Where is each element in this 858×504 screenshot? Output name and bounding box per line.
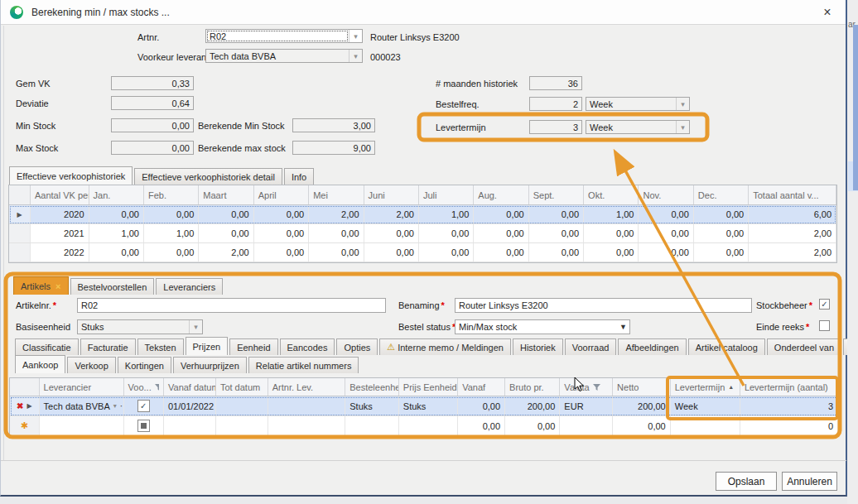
column-header[interactable]: Besteleenheid <box>345 378 399 396</box>
voorkeur-leverancier-combo[interactable]: Tech data BVBA ▾ <box>205 49 363 63</box>
chevron-down-icon[interactable]: ▼ <box>617 320 629 334</box>
voorkeur-checkbox[interactable] <box>137 420 150 432</box>
tab-info[interactable]: Info <box>284 168 314 185</box>
column-header[interactable]: Tot datum <box>216 378 268 396</box>
delete-row-icon[interactable]: ✖ <box>17 401 23 410</box>
column-header[interactable]: Leverancier <box>40 378 124 396</box>
tab-close-icon[interactable]: × <box>55 281 60 291</box>
grid-cell[interactable]: 0,00 <box>613 416 671 435</box>
column-header[interactable]: Levertermijn (aantal) <box>740 378 838 396</box>
chevron-down-icon[interactable]: ▾ <box>113 402 117 410</box>
table-row[interactable]: 20220,000,002,000,000,000,000,000,000,00… <box>9 243 836 262</box>
artnr-combo[interactable]: R02 ▾ <box>205 29 363 43</box>
column-header[interactable]: Sept. <box>529 185 584 204</box>
tab-prijzen[interactable]: Prijzen <box>186 337 229 355</box>
grid-cell[interactable] <box>671 416 740 435</box>
tab-interne-memo-meldingen[interactable]: ⚠Interne memo / Meldingen <box>379 338 511 355</box>
grid-cell[interactable]: 200,00 <box>613 396 671 415</box>
einde-reeks-checkbox[interactable] <box>819 320 830 331</box>
column-header[interactable]: Mei <box>309 185 364 204</box>
maanden-historiek-field[interactable]: 36 <box>529 76 582 90</box>
column-header[interactable]: Feb. <box>144 185 199 204</box>
chevron-down-icon[interactable]: ▾ <box>676 98 689 110</box>
tab-verkoop[interactable]: Verkoop <box>67 357 115 373</box>
column-header[interactable]: April <box>254 185 309 204</box>
column-header[interactable]: Voo... <box>124 378 164 396</box>
grid-cell[interactable]: 0 <box>740 416 838 435</box>
grid-cell[interactable] <box>164 416 216 435</box>
save-button[interactable]: Opslaan <box>716 472 777 491</box>
voorkeur-checkbox[interactable]: ✓ <box>137 400 150 412</box>
artikelnr-input[interactable]: R02 <box>77 298 386 313</box>
levertermijn-field[interactable]: 3 <box>529 120 582 134</box>
grid-cell[interactable] <box>268 396 345 415</box>
tab-effectieve-verkoophistoriek-detail[interactable]: Effectieve verkoophistoriek detail <box>134 168 282 185</box>
tab-opties[interactable]: Opties <box>336 338 378 355</box>
grid-cell[interactable] <box>399 416 458 435</box>
grid-cell[interactable]: Week <box>671 396 740 415</box>
grid-cell[interactable]: Stuks <box>345 396 399 415</box>
chevron-down-icon[interactable]: ▾ <box>349 30 362 42</box>
grid-cell[interactable]: 3 <box>740 396 838 415</box>
grid-cell[interactable]: 200,00 <box>505 396 560 415</box>
column-header[interactable]: Netto <box>613 378 671 396</box>
tab-eancodes[interactable]: Eancodes <box>280 338 335 355</box>
basiseenheid-combo[interactable]: Stuks ▾ <box>77 319 203 334</box>
column-header[interactable]: Nov. <box>639 185 693 204</box>
tab-teksten[interactable]: Teksten <box>137 338 184 355</box>
column-header[interactable]: Vanaf datum <box>164 378 216 396</box>
chevron-down-icon[interactable]: ▾ <box>349 50 362 62</box>
chevron-down-icon[interactable]: ▾ <box>189 320 202 334</box>
tab-effectieve-verkoophistoriek[interactable]: Effectieve verkoophistoriek <box>9 166 133 185</box>
grid-cell[interactable] <box>216 396 268 415</box>
bestelfreq-field[interactable]: 2 <box>529 97 582 111</box>
deviatie-field[interactable]: 0,64 <box>111 96 194 110</box>
grid-cell[interactable] <box>345 416 399 435</box>
gem-vk-field[interactable]: 0,33 <box>111 76 194 90</box>
leverancier-cell[interactable]: Tech data BVBA▾⋯ <box>40 396 124 415</box>
column-header[interactable]: Bruto pr. <box>505 378 560 396</box>
tab-verhuurprijzen[interactable]: Verhuurprijzen <box>173 357 247 373</box>
column-header[interactable]: Aug. <box>474 185 528 204</box>
grid-cell[interactable]: 0,00 <box>505 416 560 435</box>
column-header[interactable]: Artnr. Lev. <box>268 378 345 396</box>
grid-cell[interactable] <box>268 416 345 435</box>
tab-aankoop[interactable]: Aankoop <box>15 355 65 373</box>
tab-facturatie[interactable]: Facturatie <box>80 338 136 355</box>
min-stock-field[interactable]: 0,00 <box>111 118 194 132</box>
column-header[interactable]: Juli <box>419 185 474 204</box>
tab-relatie-artikel-nummers[interactable]: Relatie artikel nummers <box>248 357 359 373</box>
tab-historiek[interactable]: Historiek <box>513 338 563 355</box>
tab-bestelvoorstellen[interactable]: Bestelvoorstellen <box>70 278 155 295</box>
column-header[interactable]: Okt. <box>584 185 639 204</box>
column-header[interactable]: Maart <box>199 185 253 204</box>
grid-cell[interactable]: EUR <box>560 396 613 415</box>
grid-cell[interactable]: 01/01/2022 <box>164 396 216 415</box>
column-header[interactable]: Totaal aantal v... <box>749 185 836 204</box>
column-header[interactable]: Jan. <box>89 185 144 204</box>
column-header[interactable]: Valuta <box>560 378 613 396</box>
grid-cell[interactable] <box>560 416 613 435</box>
filter-icon[interactable] <box>593 384 600 391</box>
grid-cell[interactable]: 0,00 <box>458 396 505 415</box>
tab-classificatie[interactable]: Classificatie <box>15 338 79 355</box>
benaming-input[interactable]: Router Linksys E3200 <box>455 298 752 313</box>
tab-artikel-cataloog[interactable]: Artikel cataloog <box>688 338 765 355</box>
close-icon[interactable]: × <box>817 3 837 22</box>
grid-cell[interactable] <box>216 416 268 435</box>
grid-cell[interactable]: 0,00 <box>458 416 505 435</box>
column-header[interactable]: Juni <box>364 185 419 204</box>
column-header[interactable]: Levertermijn▲ <box>671 378 740 396</box>
column-header[interactable]: Dec. <box>694 185 749 204</box>
tab-leveranciers[interactable]: Leveranciers <box>156 278 223 295</box>
tab-artikels[interactable]: Artikels× <box>13 276 69 295</box>
tab-onderdeel-van[interactable]: Onderdeel van <box>767 338 841 355</box>
column-header[interactable]: Vanaf <box>458 378 505 396</box>
filter-icon[interactable] <box>155 384 159 391</box>
table-row[interactable]: ✖▶Tech data BVBA▾⋯✓01/01/2022StuksStuks0… <box>10 396 838 416</box>
table-row[interactable]: ✱0,000,000,000 <box>10 416 838 436</box>
bestelfreq-unit-combo[interactable]: Week ▾ <box>586 97 690 111</box>
column-header[interactable]: Aantal VK per j...▲ <box>31 185 89 204</box>
chevron-down-icon[interactable]: ▾ <box>676 121 689 133</box>
max-stock-field[interactable]: 0,00 <box>111 141 194 155</box>
